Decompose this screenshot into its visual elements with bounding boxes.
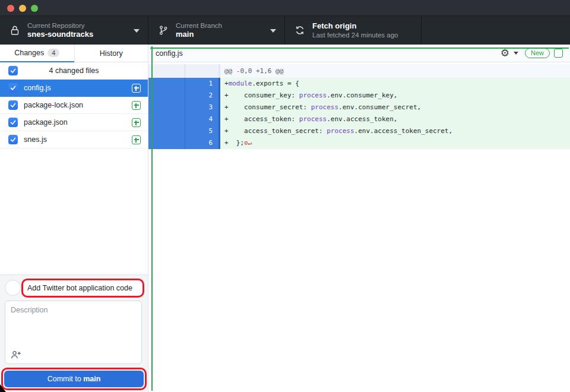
file-row[interactable]: snes.js (0, 131, 148, 148)
toolbar-spacer (422, 16, 570, 45)
changes-sidebar: Changes 4 History 4 changed files config… (0, 45, 148, 392)
diff-header: config.js ⚙ New (148, 45, 570, 62)
diff-gutter-old-line (148, 137, 185, 149)
commit-button-annotation-highlight: Commit to main (1, 368, 147, 390)
fetch-origin-subtitle: Last fetched 24 minutes ago (312, 31, 398, 39)
close-window-button[interactable] (7, 5, 14, 12)
file-added-status-icon (132, 135, 141, 144)
diff-line: 6 + };⊘↵ (148, 137, 570, 149)
file-row[interactable]: package.json (0, 114, 148, 131)
file-checkbox[interactable] (8, 118, 18, 127)
check-icon (10, 119, 17, 126)
diff-gutter: 1 (148, 78, 220, 90)
titlebar (0, 0, 570, 16)
current-repository-dropdown[interactable]: Current Repository snes-soundtracks (0, 16, 148, 45)
app-toolbar: Current Repository snes-soundtracks Curr… (0, 16, 570, 45)
diff-gutter-old-line (148, 113, 185, 125)
commit-description-box (5, 301, 142, 364)
file-name: config.js (24, 84, 51, 92)
tab-history[interactable]: History (74, 45, 148, 62)
chevron-down-icon (134, 29, 140, 33)
fetch-origin-title: Fetch origin (312, 21, 398, 31)
diff-code-line: +module.exports = { (220, 78, 299, 90)
mouse-cursor (0, 384, 6, 392)
diff-line: 3 + consumer_secret: process.env.consume… (148, 102, 570, 113)
file-row[interactable]: package-lock.json (0, 97, 148, 114)
diff-hunk-header: @@ -0,0 +1,6 @@ (148, 64, 570, 78)
diff-gutter-new-line: 1 (185, 78, 218, 90)
avatar (5, 280, 21, 296)
file-checkbox[interactable] (8, 100, 18, 110)
diff-gutter-old-line (148, 78, 185, 90)
diff-code-line: + access_token: process.env.access_token… (220, 113, 397, 125)
tab-changes-label: Changes (14, 49, 44, 57)
current-branch-dropdown[interactable]: Current Branch main (148, 16, 285, 45)
lock-icon (10, 25, 20, 36)
file-name: package.json (24, 118, 68, 127)
diff-code-line: + consumer_secret: process.env.consumer_… (220, 102, 421, 113)
diff-gutter-new-line: 3 (185, 102, 218, 113)
diff-hunk-text: @@ -0,0 +1,6 @@ (220, 64, 570, 78)
diff-line: 5 + access_token_secret: process.env.acc… (148, 125, 570, 137)
current-repository-value: snes-soundtracks (27, 30, 93, 39)
diff-gutter: 3 (148, 102, 220, 113)
diff-gutter: 6 (148, 137, 220, 149)
diff-gutter-new-line: 5 (185, 125, 218, 137)
plus-box-icon (554, 49, 563, 58)
summary-annotation-highlight (21, 279, 144, 298)
diff-gutter: 5 (148, 125, 220, 137)
file-added-status-icon (132, 118, 141, 127)
file-checkbox[interactable] (8, 135, 18, 144)
current-branch-value: main (176, 30, 222, 39)
diff-gutter: 4 (148, 113, 220, 125)
diff-code-line: + consumer_key: process.env.consumer_key… (220, 90, 397, 102)
diff-line: 2 + consumer_key: process.env.consumer_k… (148, 90, 570, 102)
file-row[interactable]: config.js (0, 80, 148, 97)
commit-button-label: Commit to (48, 375, 83, 383)
chevron-down-icon (270, 29, 276, 33)
commit-button[interactable]: Commit to main (4, 371, 144, 387)
diff-gutter-new-line: 4 (185, 113, 218, 125)
chevron-down-icon[interactable] (514, 52, 518, 55)
current-repository-label: Current Repository (27, 21, 93, 30)
minimize-window-button[interactable] (19, 5, 26, 12)
file-added-status-icon (132, 101, 141, 110)
diff-gutter-new-line: 6 (185, 137, 218, 149)
current-branch-label: Current Branch (176, 21, 222, 30)
diff-line: 1 +module.exports = { (148, 78, 570, 90)
file-checkbox[interactable] (8, 83, 18, 93)
diff-hunk-gutter (148, 64, 220, 78)
diff-pane: config.js ⚙ New @@ -0,0 +1,6 @@ 1 +modul… (148, 45, 570, 392)
diff-gutter-new-line: 2 (185, 90, 218, 102)
diff-controls: ⚙ New (501, 48, 563, 58)
check-icon (10, 102, 17, 109)
check-icon (10, 136, 17, 143)
commit-button-branch: main (83, 375, 100, 383)
file-added-status-icon (132, 84, 141, 93)
file-name: snes.js (24, 135, 47, 144)
new-file-badge: New (525, 48, 550, 58)
changed-files-header: 4 changed files (0, 62, 148, 80)
diff-gutter-old-line (148, 90, 185, 102)
commit-description-input[interactable] (5, 301, 141, 349)
git-branch-icon (158, 25, 169, 36)
diff-gutter-old-line (148, 102, 185, 113)
zoom-window-button[interactable] (31, 5, 38, 12)
commit-summary-input[interactable] (23, 284, 142, 292)
diff-code-line: + };⊘↵ (220, 137, 252, 149)
diff-gutter-old-line (148, 125, 185, 137)
changed-files-count-label: 4 changed files (0, 62, 148, 79)
diff-gutter: 2 (148, 90, 220, 102)
tab-history-label: History (100, 49, 123, 58)
changed-file-list: config.js package-lock.json package.json… (0, 80, 148, 148)
tab-changes[interactable]: Changes 4 (0, 45, 74, 62)
diff-line: 4 + access_token: process.env.access_tok… (148, 113, 570, 125)
check-icon (10, 84, 17, 91)
file-name: package-lock.json (24, 101, 83, 109)
diff-lines: 1 +module.exports = { 2 + consumer_key: … (148, 78, 570, 149)
diff-filename: config.js (156, 49, 183, 58)
person-add-icon[interactable] (11, 350, 21, 359)
commit-form: Commit to main (0, 274, 148, 392)
fetch-origin-button[interactable]: Fetch origin Last fetched 24 minutes ago (285, 16, 422, 45)
gear-icon[interactable]: ⚙ (501, 48, 509, 58)
